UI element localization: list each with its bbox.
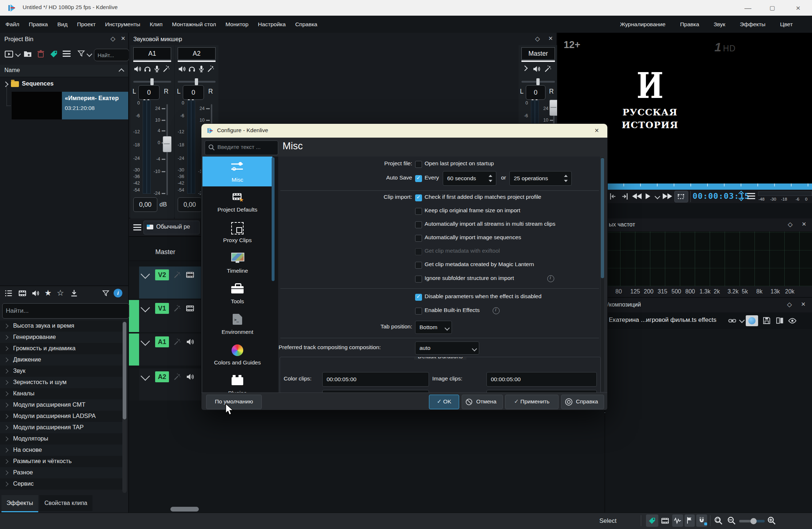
track-tag[interactable]: V2 [155,269,169,280]
settings-search-input[interactable]: Введите текст ... [205,141,278,155]
cancel-button[interactable]: Отмена [462,395,503,409]
sidebar-item-tools[interactable]: Tools [202,279,272,308]
menu-item[interactable]: Вид [52,16,72,33]
monitor-menu-icon[interactable] [747,196,755,197]
level-value[interactable]: 0,00 [178,197,202,212]
sidebar-item-misc[interactable]: Misc [202,157,272,186]
goto-zone-end-icon[interactable] [621,192,630,201]
menu-item[interactable]: Монтажный стол [167,16,221,33]
sidebar-item-colors-guides[interactable]: Colors and Guides [202,340,272,369]
mute-icon[interactable] [532,65,541,73]
timecode-spin-icons[interactable] [739,192,743,200]
effect-category-row[interactable]: Размытие и чёткость [0,456,122,467]
tag-icon[interactable] [50,50,58,58]
close-button[interactable]: × [787,0,809,16]
filter-icon[interactable] [77,50,85,58]
track-target-indicator[interactable] [129,368,139,400]
balance-value[interactable]: 0 [183,85,204,100]
expand-icon[interactable] [4,391,8,396]
bin-menu-icon[interactable] [63,53,71,54]
close-panel-icon[interactable]: × [800,221,808,228]
expand-icon[interactable] [4,470,8,475]
builtin-effects-checkbox[interactable] [415,308,422,315]
channel-name[interactable]: Master [521,47,555,60]
float-panel-icon[interactable]: ◇ [786,301,793,309]
effects-search-input[interactable]: Найти... [2,303,129,319]
expand-icon[interactable] [4,482,8,486]
video-effects-icon[interactable] [18,289,27,297]
menu-item[interactable]: Правка [24,16,52,33]
menu-item[interactable]: Монитор [221,16,253,33]
menu-item[interactable]: Справка [291,16,322,33]
forward-icon[interactable] [663,193,672,201]
track-target-indicator[interactable] [129,333,139,366]
close-panel-icon[interactable]: × [119,35,127,43]
effects-scrollbar-thumb[interactable] [123,322,126,419]
audio-track-icon[interactable] [186,372,194,381]
zoom-slider-handle[interactable] [750,518,757,524]
track-effects-icon[interactable] [173,271,181,279]
effect-category-row[interactable]: Каналы [0,388,122,399]
effects-enabled-button[interactable] [746,315,758,326]
bin-folder-row[interactable]: Sequences [0,78,128,90]
check-profile-checkbox[interactable] [415,194,422,201]
tag-toggle-button[interactable] [646,514,658,527]
solo-icon[interactable] [188,65,196,73]
float-panel-icon[interactable]: ◇ [109,36,117,43]
level-value[interactable]: 0,00 [133,197,157,212]
autosave-operations-spinbox[interactable]: 25 operations [509,171,572,186]
dialog-close-icon[interactable]: × [595,126,599,135]
compositing-combo[interactable]: auto [415,342,479,355]
fader-handle[interactable] [163,136,172,152]
timeline-hscrollbar[interactable] [170,507,199,512]
balance-slider[interactable] [133,81,171,83]
color-clips-input[interactable]: 00:00:05:00 [322,372,429,387]
zoom-in-icon[interactable] [767,516,776,525]
add-clip-dropdown-icon[interactable] [15,51,21,57]
float-panel-icon[interactable]: ◇ [534,36,541,43]
filter-dropdown-icon[interactable] [87,51,92,57]
effect-category-row[interactable]: Движение [0,354,122,366]
workspace-item[interactable]: Звук [709,16,730,33]
dialog-titlebar[interactable]: Configure - Kdenlive × [201,124,607,138]
minimize-button[interactable]: — [737,0,759,16]
help-button[interactable]: Справка [561,395,604,409]
track-tag[interactable]: A1 [155,336,169,347]
tab-position-combo[interactable]: Bottom [415,321,452,334]
track-target-indicator[interactable] [129,267,139,299]
show-audio-thumbnails-button[interactable] [672,514,683,527]
close-panel-icon[interactable]: × [547,35,554,43]
expand-icon[interactable] [4,380,8,385]
balance-value[interactable]: 0 [526,85,545,100]
expand-icon[interactable] [4,414,8,419]
audio-effects-icon[interactable] [31,289,40,297]
record-icon[interactable] [153,65,161,73]
custom-effects-icon[interactable]: ★ [44,288,52,298]
effect-category-row[interactable]: Модули расширения CMT [0,399,122,411]
zoom-out-icon[interactable] [727,516,736,525]
video-track-icon[interactable] [186,271,194,279]
zone-mode-button[interactable] [674,191,688,202]
float-panel-icon[interactable]: ◇ [787,221,794,229]
compare-split-icon[interactable] [776,316,784,325]
show-video-thumbnails-icon[interactable] [661,517,669,525]
link-icon[interactable] [728,317,736,325]
dropdown-icon[interactable] [739,317,745,323]
balance-slider[interactable] [521,81,555,83]
effect-category-row[interactable]: Громкость и динамика [0,343,122,354]
preview-eye-icon[interactable] [788,316,797,325]
play-dropdown-icon[interactable] [655,194,661,200]
expand-icon[interactable] [4,459,8,464]
workspace-item[interactable]: Эффекты [735,16,770,33]
download-effects-icon[interactable] [70,289,78,297]
auto-image-seq-checkbox[interactable] [415,235,422,242]
effect-category-row[interactable]: Звук [0,366,122,377]
bin-search-input[interactable]: Найт... [94,49,129,61]
effect-category-row[interactable]: Модули расширения LADSPA [0,411,122,422]
effect-category-row[interactable]: Модули расширения TAP [0,422,122,433]
workspace-item[interactable]: Цвет [775,16,797,33]
track-target-indicator[interactable] [129,300,139,332]
apply-button[interactable]: ✓ Применить [505,395,559,409]
maximize-button[interactable]: ▢ [761,0,783,16]
video-track-icon[interactable] [186,304,194,313]
